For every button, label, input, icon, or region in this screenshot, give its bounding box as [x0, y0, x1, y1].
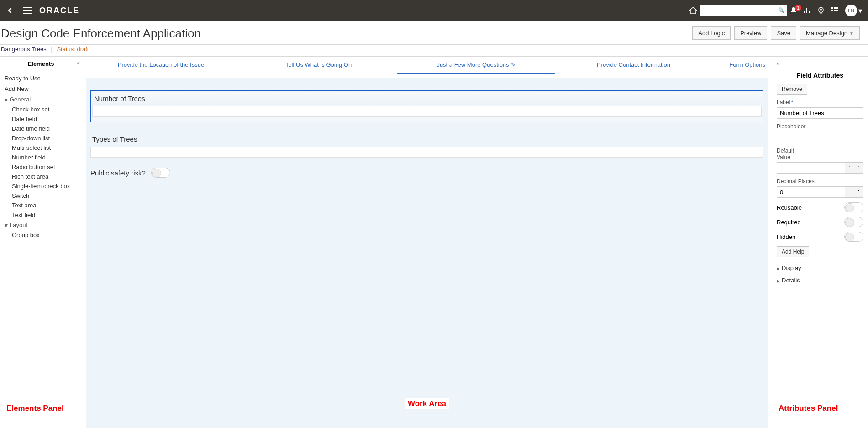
tab-contact-info[interactable]: Provide Contact Information [555, 57, 712, 74]
manage-design-button[interactable]: Manage Design▼ [800, 26, 860, 40]
app-name: Dangerous Trees [1, 46, 47, 53]
elements-panel: Elements « Ready to Use Add New ▶General… [0, 57, 82, 431]
search-icon[interactable]: 🔍 [778, 7, 785, 14]
field-label: Public safety risk? [90, 169, 146, 177]
search-input[interactable] [700, 5, 787, 16]
collapse-elements-icon[interactable]: « [77, 59, 80, 66]
default-value-label: Default Value [777, 148, 863, 160]
save-button[interactable]: Save [771, 26, 796, 40]
element-item[interactable]: Single-item check box [12, 181, 79, 191]
spin-down-icon[interactable]: ˅ [845, 186, 854, 198]
layout-group[interactable]: ▶Layout [3, 220, 79, 230]
global-search[interactable]: 🔍 [700, 5, 787, 16]
preview-button[interactable]: Preview [734, 26, 767, 40]
general-group[interactable]: ▶General [3, 94, 79, 105]
triangle-icon: ▶ [777, 266, 780, 271]
page-header: Design Code Enforcement Application Add … [0, 21, 868, 45]
general-list: Check box set Date field Date time field… [3, 105, 79, 220]
manage-design-label: Manage Design [806, 30, 847, 37]
svg-rect-3 [836, 7, 838, 9]
menu-icon[interactable] [22, 5, 33, 16]
display-label: Display [782, 265, 801, 271]
back-icon[interactable] [5, 5, 16, 16]
element-item[interactable]: Switch [12, 191, 79, 201]
spin-down-icon[interactable]: ˅ [845, 162, 854, 174]
field-types-of-trees[interactable]: Types of Trees [90, 132, 763, 158]
tab-whats-going-on[interactable]: Tell Us What is Going On [240, 57, 397, 74]
label-field-label: Label* [777, 99, 863, 106]
svg-rect-6 [836, 10, 838, 11]
map-pin-icon[interactable] [814, 6, 828, 15]
svg-rect-4 [831, 10, 833, 11]
page-title: Design Code Enforcement Application [1, 26, 201, 41]
work-area: Number of Trees Types of Trees Public sa… [86, 78, 768, 428]
add-help-button[interactable]: Add Help [777, 246, 809, 257]
add-new[interactable]: Add New [3, 84, 79, 94]
element-item[interactable]: Rich text area [12, 172, 79, 181]
spin-up-icon[interactable]: ˄ [854, 162, 863, 174]
svg-point-0 [820, 9, 822, 11]
display-section[interactable]: ▶Display [777, 262, 863, 274]
svg-rect-1 [831, 7, 833, 9]
element-item[interactable]: Multi-select list [12, 143, 79, 153]
element-item[interactable]: Text area [12, 201, 79, 210]
tab-more-questions[interactable]: Just a Few More Questions✎ [397, 57, 555, 74]
label-input[interactable] [777, 107, 863, 119]
form-options-link[interactable]: Form Options [712, 57, 772, 74]
expand-attrs-icon[interactable]: » [777, 60, 863, 67]
elements-annotation: Elements Panel [6, 404, 64, 413]
reusable-label: Reusable [777, 204, 802, 211]
element-item[interactable]: Text field [12, 210, 79, 220]
default-value-spinner: ˅ ˄ [777, 162, 863, 174]
main-layout: Elements « Ready to Use Add New ▶General… [0, 57, 868, 431]
add-logic-button[interactable]: Add Logic [692, 26, 731, 40]
field-input-preview [90, 147, 763, 158]
breadcrumb: Dangerous Trees | Status: draft [0, 45, 868, 57]
required-toggle[interactable] [844, 217, 863, 227]
field-number-of-trees[interactable]: Number of Trees [90, 90, 763, 122]
home-icon[interactable] [686, 6, 700, 15]
triangle-icon: ▶ [4, 99, 9, 102]
user-menu-caret[interactable]: ▾ [857, 6, 863, 15]
field-input-preview [92, 106, 762, 117]
layout-list: Group box [3, 230, 79, 240]
apps-icon[interactable] [828, 6, 842, 15]
tab-location[interactable]: Provide the Location of the Issue [82, 57, 240, 74]
element-item[interactable]: Radio button set [12, 162, 79, 172]
field-label: Types of Trees [90, 132, 763, 146]
page-tabs: Provide the Location of the Issue Tell U… [82, 57, 772, 74]
element-item[interactable]: Date time field [12, 124, 79, 133]
pencil-icon[interactable]: ✎ [511, 62, 516, 68]
field-public-safety-risk[interactable]: Public safety risk? [90, 168, 763, 178]
element-item[interactable]: Date field [12, 114, 79, 124]
triangle-icon: ▶ [777, 279, 780, 283]
element-item[interactable]: Check box set [12, 105, 79, 114]
placeholder-label: Placeholder [777, 123, 863, 130]
required-label: Required [777, 219, 801, 226]
global-header: ORACLE 🔍 1 LN ▾ [0, 0, 868, 21]
ready-to-use[interactable]: Ready to Use [3, 73, 79, 84]
center-panel: Provide the Location of the Issue Tell U… [82, 57, 772, 431]
default-value-input[interactable] [777, 162, 845, 174]
switch-toggle[interactable] [151, 168, 170, 178]
element-item[interactable]: Drop-down list [12, 133, 79, 143]
notifications-icon[interactable]: 1 [787, 6, 800, 15]
tab-more-questions-label: Just a Few More Questions [437, 61, 509, 68]
user-avatar[interactable]: LN [845, 5, 857, 16]
element-item[interactable]: Group box [12, 230, 79, 240]
details-label: Details [782, 277, 800, 284]
spin-up-icon[interactable]: ˄ [854, 186, 863, 198]
details-section[interactable]: ▶Details [777, 274, 863, 286]
status-label: Status: draft [57, 46, 89, 53]
svg-rect-2 [834, 7, 836, 9]
chevron-down-icon: ▼ [849, 31, 854, 36]
analytics-icon[interactable] [800, 6, 814, 15]
hidden-toggle[interactable] [844, 232, 863, 242]
element-item[interactable]: Number field [12, 153, 79, 162]
workarea-annotation: Work Area [405, 398, 449, 409]
attributes-title: Field Attributes [777, 67, 863, 84]
decimal-places-input[interactable] [777, 186, 845, 198]
remove-button[interactable]: Remove [777, 84, 807, 95]
reusable-toggle[interactable] [844, 202, 863, 212]
placeholder-input[interactable] [777, 132, 863, 143]
